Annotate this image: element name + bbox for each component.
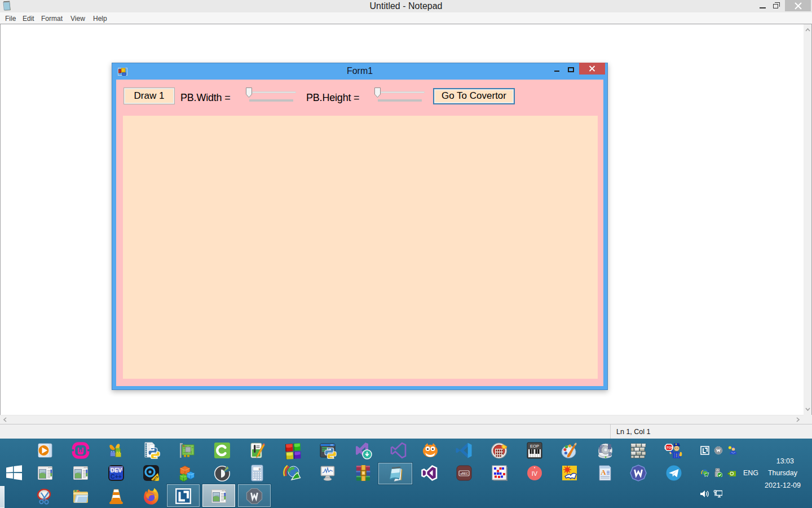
svg-text:IV: IV	[532, 470, 538, 477]
svg-text:EOP: EOP	[530, 444, 539, 449]
svg-text:C++: C++	[111, 473, 122, 480]
svg-text:A: A	[601, 468, 606, 476]
svg-text:0: 0	[259, 467, 261, 471]
svg-text:STOP: STOP	[664, 446, 673, 449]
svg-text:●REC: ●REC	[460, 472, 468, 475]
